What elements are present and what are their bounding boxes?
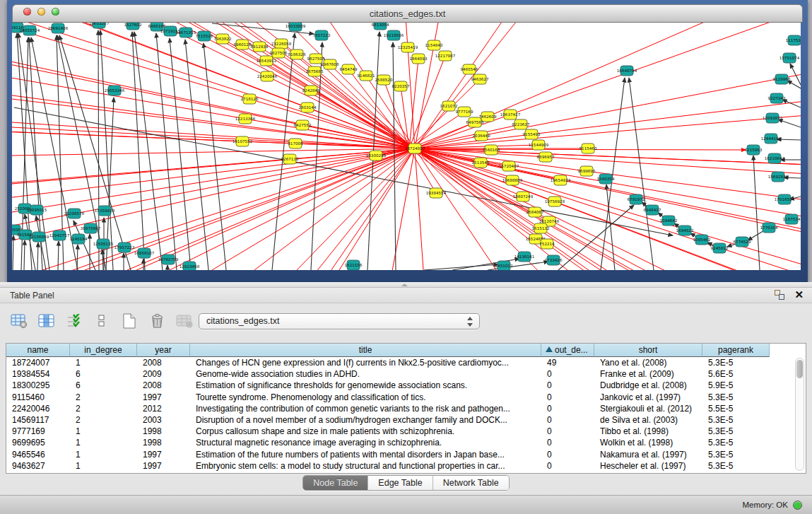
column-header-in_degree[interactable]: in_degree [70,344,137,357]
graph-node[interactable]: 12217987 [435,51,456,61]
table-row[interactable]: 1872400712008Changes of HCN gene express… [6,357,806,368]
graph-node[interactable]: 9465546 [461,64,478,74]
show-columns-icon[interactable] [37,312,56,330]
tab-network-table[interactable]: Network Table [433,476,509,490]
graph-node[interactable]: 2718126 [241,94,259,104]
table-row[interactable]: 1938455462009Genome-wide association stu… [6,368,806,380]
column-header-pagerank[interactable]: pagerank [702,344,770,357]
graph-node[interactable]: 2451012 [495,261,513,270]
graph-node[interactable]: 9146821 [358,71,375,81]
graph-node[interactable]: 15692931 [768,172,789,182]
graph-node[interactable]: 16648794 [617,66,637,76]
select-all-columns-icon[interactable] [65,312,83,330]
graph-node[interactable]: 16958107 [134,248,155,258]
table-row[interactable]: 911546021997Tourette syndrome. Phenomeno… [6,392,806,403]
scrollbar-thumb[interactable] [796,360,803,378]
graph-node[interactable]: 2684067 [526,207,544,217]
graph-node[interactable]: 19384554 [426,188,447,198]
graph-node[interactable]: 1640354 [597,174,615,184]
window-titlebar[interactable]: citations_edges.txt [12,4,803,23]
graph-node[interactable]: 2875685 [306,66,324,76]
graph-node[interactable]: 2036449 [473,131,490,141]
graph-node[interactable]: 8896957 [537,152,555,162]
graph-node[interactable]: 10688809 [502,175,523,185]
delete-columns-icon[interactable] [148,312,166,330]
graph-node[interactable]: 9777169 [456,107,473,117]
graph-node[interactable]: 29053346 [105,86,125,95]
graph-node[interactable]: 6774529 [734,237,751,247]
graph-node[interactable]: 8948427 [644,205,661,215]
graph-node[interactable]: 7857223 [313,30,331,40]
graph-node[interactable]: 9129966 [773,74,791,84]
tab-edge-table[interactable]: Edge Table [368,476,433,490]
graph-node[interactable]: 19654923 [551,175,571,185]
column-header-out_de[interactable]: out_de... [541,344,594,357]
table-row[interactable]: 2242004622012Investigating the contribut… [6,403,806,414]
graph-node[interactable]: 10637427 [500,110,521,119]
graph-node[interactable]: 7515526 [196,31,213,41]
network-canvas[interactable]: 1872400779638228960128891293423226058982… [12,23,801,270]
graph-node[interactable]: 8186328 [288,49,306,59]
graph-node[interactable]: 9463627 [471,74,489,84]
graph-node[interactable]: 14136141 [514,252,535,262]
table-mode-icon[interactable] [10,312,28,330]
graph-node[interactable]: 16210643 [765,153,785,163]
graph-node[interactable]: 8267130 [281,154,299,164]
graph-node[interactable]: 6497568 [466,117,484,127]
graph-node[interactable]: 8223637 [512,119,530,129]
table-selector-dropdown[interactable]: citations_edges.txt [199,313,480,329]
graph-node[interactable]: 7963822 [214,34,232,44]
graph-node[interactable]: 8912934 [251,42,269,52]
graph-node[interactable]: 8454749 [340,64,358,74]
graph-node[interactable]: 8220357 [392,81,410,91]
graph-node[interactable]: 12213366 [235,114,256,124]
graph-node[interactable]: 1733426 [545,255,563,265]
column-header-short[interactable]: short [594,344,702,357]
graph-node[interactable]: 317006 [288,139,303,148]
tab-node-table[interactable]: Node Table [303,476,368,490]
graph-node[interactable]: 16033809 [286,23,306,31]
graph-node[interactable]: 8427552 [294,120,312,130]
table-row[interactable]: 969969511998Structural magnetic resonanc… [6,437,806,448]
graph-node[interactable]: 1864093 [410,54,428,64]
graph-node[interactable]: 7560168 [483,145,500,155]
delete-table-disabled-icon[interactable] [175,312,194,330]
graph-node[interactable]: 12923468 [180,262,200,270]
graph-node[interactable]: 9115460 [579,144,597,153]
graph-node[interactable]: 12093872 [763,113,782,123]
graph-node[interactable]: 9699695 [578,166,596,176]
graph-node[interactable]: 2588520 [375,75,393,85]
graph-node[interactable]: 17957223 [114,243,135,252]
graph-node[interactable]: 1154840 [425,40,443,50]
graph-node[interactable]: 1094642 [660,216,678,226]
table-row[interactable]: 946554611997Estimation of the future num… [6,449,806,460]
table-row[interactable]: 946362711997Embryonic stem cells: a mode… [6,460,806,472]
column-header-year[interactable]: year [137,344,190,357]
graph-node[interactable]: 8215953 [745,145,763,155]
graph-node[interactable]: 2967608 [322,59,339,69]
graph-node[interactable]: 1117534 [786,35,801,45]
graph-node[interactable]: 1513545 [472,158,490,168]
create-column-icon[interactable] [120,312,139,330]
table-row[interactable]: 1830029562008Estimation of significance … [6,380,806,391]
graph-node[interactable]: 9227343 [768,93,786,103]
graph-node[interactable]: 12325419 [398,42,418,52]
unselect-columns-icon[interactable] [93,312,111,330]
table-row[interactable]: 1456911722003Disruption of a novel membe… [6,414,806,426]
graph-node[interactable]: 18807249 [513,192,534,201]
zoom-window-button[interactable] [52,8,59,16]
float-window-icon[interactable] [775,290,784,300]
graph-node[interactable]: 2803144 [299,103,317,112]
graph-node[interactable]: 1167534 [783,214,801,224]
graph-node[interactable]: 20691406 [48,23,69,33]
graph-node[interactable]: 752214 [539,239,555,249]
graph-node[interactable]: 1095462 [693,235,711,245]
minimize-window-button[interactable] [37,8,45,16]
graph-node[interactable]: 12444193 [761,134,782,144]
column-header-name[interactable]: name [6,344,70,357]
graph-node[interactable]: 8960128 [234,40,252,49]
close-window-button[interactable] [23,8,31,16]
graph-node[interactable]: 1770354 [760,223,778,233]
graph-node[interactable]: 1145194 [70,234,88,244]
graph-node[interactable]: 9245012 [711,243,729,253]
